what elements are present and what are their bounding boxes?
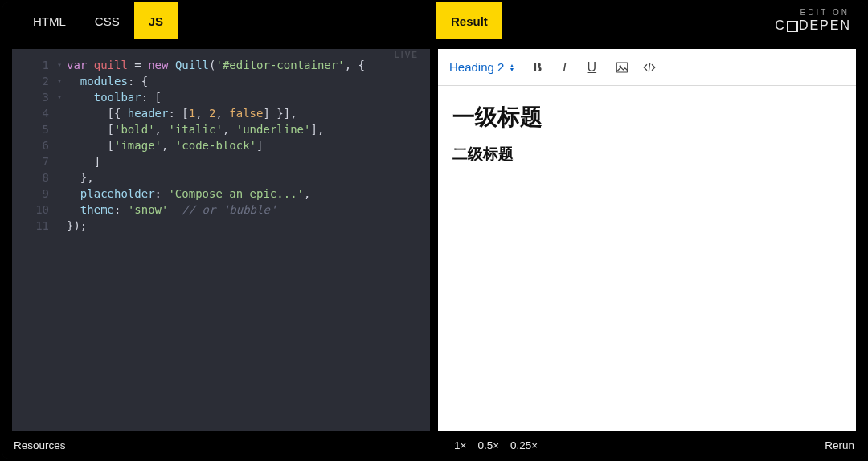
fold-none: [57, 153, 67, 169]
quill-content[interactable]: 一级标题 二级标题: [438, 86, 856, 431]
heading-picker-label: Heading 2: [449, 60, 504, 74]
code-line: 10 theme: 'snow' // or 'bubble': [12, 202, 430, 218]
result-tab-wrap: Result: [436, 2, 502, 39]
zoom-0-25x[interactable]: 0.25×: [510, 439, 538, 451]
bold-button[interactable]: B: [529, 59, 545, 75]
code-line: 5 ['bold', 'italic', 'underline'],: [12, 121, 430, 137]
code-line: 2 ▾ modules: {: [12, 73, 430, 89]
codeblock-button[interactable]: [641, 59, 657, 75]
code: [{ header: [1, 2, false] }],: [67, 105, 430, 121]
svg-rect-0: [617, 63, 628, 72]
italic-button[interactable]: I: [556, 59, 572, 75]
rerun-button[interactable]: Rerun: [825, 439, 854, 451]
code-line: 7 ]: [12, 153, 430, 169]
underline-button[interactable]: U: [583, 59, 600, 75]
line-number: 2: [12, 73, 57, 89]
insert-group: [614, 59, 657, 75]
tab-html[interactable]: HTML: [18, 2, 80, 39]
brand-link[interactable]: EDIT ON CDEPEN: [775, 2, 866, 39]
zoom-1x[interactable]: 1×: [454, 439, 466, 451]
code: ['image', 'code-block']: [67, 137, 430, 153]
line-number: 3: [12, 89, 57, 105]
code-line: 11 });: [12, 218, 430, 234]
code: ['bold', 'italic', 'underline'],: [67, 121, 430, 137]
footer: Resources 1× 0.5× 0.25× Rerun: [2, 431, 866, 459]
fold-icon[interactable]: ▾: [57, 73, 67, 89]
brand-right: DEPEN: [799, 18, 851, 33]
brand-left: C: [775, 18, 786, 33]
code: modules: {: [67, 73, 430, 89]
code: ]: [67, 153, 430, 169]
heading-picker[interactable]: Heading 2 ▲▼: [449, 60, 514, 74]
code-pane: LIVE 1 ▾ var quill = new Quill('#editor-…: [12, 49, 430, 431]
resources-button[interactable]: Resources: [14, 439, 66, 451]
tab-css[interactable]: CSS: [80, 2, 134, 39]
code-line: 8 },: [12, 169, 430, 186]
line-number: 8: [12, 169, 57, 186]
zoom-0-5x[interactable]: 0.5×: [477, 439, 499, 451]
line-number: 5: [12, 121, 57, 137]
tab-result[interactable]: Result: [436, 2, 502, 39]
panes: LIVE 1 ▾ var quill = new Quill('#editor-…: [2, 39, 866, 431]
fold-icon[interactable]: ▾: [57, 89, 67, 105]
fold-none: [57, 121, 67, 137]
code-line: 9 placeholder: 'Compose an epic...',: [12, 186, 430, 202]
code-line: 3 ▾ toolbar: [: [12, 89, 430, 105]
fold-none: [57, 169, 67, 186]
zoom-controls: 1× 0.5× 0.25×: [454, 439, 538, 451]
line-number: 10: [12, 202, 57, 218]
code: },: [67, 169, 430, 186]
quill-toolbar: Heading 2 ▲▼ B I U: [438, 49, 856, 86]
code-line: 6 ['image', 'code-block']: [12, 137, 430, 153]
content-h2: 二级标题: [452, 144, 841, 165]
code: placeholder: 'Compose an epic...',: [67, 186, 430, 202]
fold-none: [57, 137, 67, 153]
code-icon: [642, 60, 657, 75]
codepen-embed: HTML CSS JS Result EDIT ON CDEPEN LIVE 1…: [2, 2, 866, 459]
fold-none: [57, 202, 67, 218]
line-number: 7: [12, 153, 57, 169]
code: var quill = new Quill('#editor-container…: [67, 57, 430, 73]
result-pane: Heading 2 ▲▼ B I U: [438, 49, 856, 431]
format-group: B I U: [529, 59, 600, 75]
fold-icon[interactable]: ▾: [57, 57, 67, 73]
line-number: 1: [12, 57, 57, 73]
image-button[interactable]: [614, 59, 630, 75]
footer-wrap: Resources 1× 0.5× 0.25× Rerun: [14, 431, 854, 459]
editor-tabs: HTML CSS JS: [2, 2, 178, 39]
topbar: HTML CSS JS Result EDIT ON CDEPEN: [2, 2, 866, 39]
line-number: 4: [12, 105, 57, 121]
code-editor[interactable]: 1 ▾ var quill = new Quill('#editor-conta…: [12, 49, 430, 431]
fold-none: [57, 218, 67, 234]
image-icon: [615, 60, 629, 75]
content-h1: 一级标题: [452, 102, 841, 133]
fold-none: [57, 186, 67, 202]
code: });: [67, 218, 430, 234]
brand-edit-on: EDIT ON: [800, 9, 851, 17]
tab-js[interactable]: JS: [134, 2, 178, 39]
line-number: 11: [12, 218, 57, 234]
code: theme: 'snow' // or 'bubble': [67, 202, 430, 218]
code-line: 1 ▾ var quill = new Quill('#editor-conta…: [12, 57, 430, 73]
fold-none: [57, 105, 67, 121]
sort-icon: ▲▼: [509, 63, 514, 71]
code: toolbar: [: [67, 89, 430, 105]
code-line: 4 [{ header: [1, 2, false] }],: [12, 105, 430, 121]
line-number: 6: [12, 137, 57, 153]
brand-logo: CDEPEN: [775, 18, 851, 33]
quill-editor: Heading 2 ▲▼ B I U: [438, 49, 856, 431]
codepen-cube-icon: [787, 21, 798, 32]
line-number: 9: [12, 186, 57, 202]
